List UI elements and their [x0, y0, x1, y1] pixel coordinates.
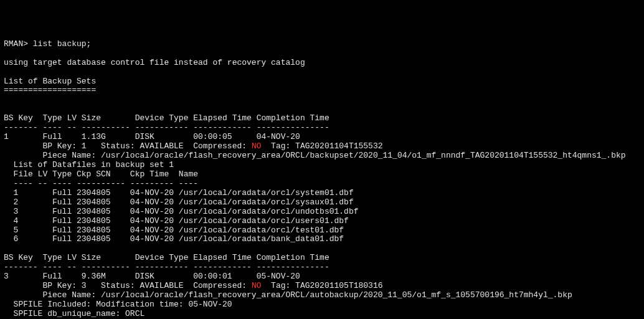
terminal-output: RMAN> list backup; using target database…: [4, 40, 640, 319]
datafile-row: 2 Full 2304805 04-NOV-20 /usr/local/orad…: [4, 198, 354, 207]
column-header: BS Key Type LV Size Device Type Elapsed …: [4, 113, 329, 123]
bs-row: 3 Full 9.36M DISK 00:00:01 05-NOV-20: [4, 272, 300, 281]
piece-name: Piece Name: /usr/local/oracle/flash_reco…: [4, 290, 572, 300]
status-line: using target database control file inste…: [4, 58, 305, 67]
datafile-row: 3 Full 2304805 04-NOV-20 /usr/local/orad…: [4, 207, 359, 216]
list-divider: ===================: [4, 85, 96, 95]
datafile-list-header: List of Datafiles in backup set 1: [4, 160, 174, 169]
column-divider: ------- ---- -- ---------- ----------- -…: [4, 262, 329, 272]
bp-line: BP Key: 3 Status: AVAILABLE Compressed: …: [4, 281, 383, 290]
column-divider: ------- ---- -- ---------- ----------- -…: [4, 123, 329, 132]
spfile-line: SPFILE Included: Modification time: 05-N…: [4, 300, 232, 309]
datafile-divider: ---- -- ---- ---------- --------- ----: [4, 179, 198, 188]
compressed-no: NO: [252, 141, 262, 151]
list-header: List of Backup Sets: [4, 77, 96, 86]
column-header: BS Key Type LV Size Device Type Elapsed …: [4, 253, 329, 262]
prompt-line: RMAN> list backup;: [4, 39, 91, 49]
bp-line: BP Key: 1 Status: AVAILABLE Compressed: …: [4, 141, 383, 151]
piece-name: Piece Name: /usr/local/oracle/flash_reco…: [4, 151, 626, 160]
bs-row: 1 Full 1.13G DISK 00:00:05 04-NOV-20: [4, 132, 300, 141]
datafile-row: 4 Full 2304805 04-NOV-20 /usr/local/orad…: [4, 216, 349, 226]
datafile-row: 5 Full 2304805 04-NOV-20 /usr/local/orad…: [4, 226, 344, 235]
datafile-row: 1 Full 2304805 04-NOV-20 /usr/local/orad…: [4, 188, 354, 198]
spfile-line: SPFILE db_unique_name: ORCL: [4, 309, 144, 318]
datafile-row: 6 Full 2304805 04-NOV-20 /usr/local/orad…: [4, 234, 344, 244]
datafile-columns: File LV Type Ckp SCN Ckp Time Name: [4, 169, 198, 179]
compressed-no: NO: [252, 281, 262, 290]
